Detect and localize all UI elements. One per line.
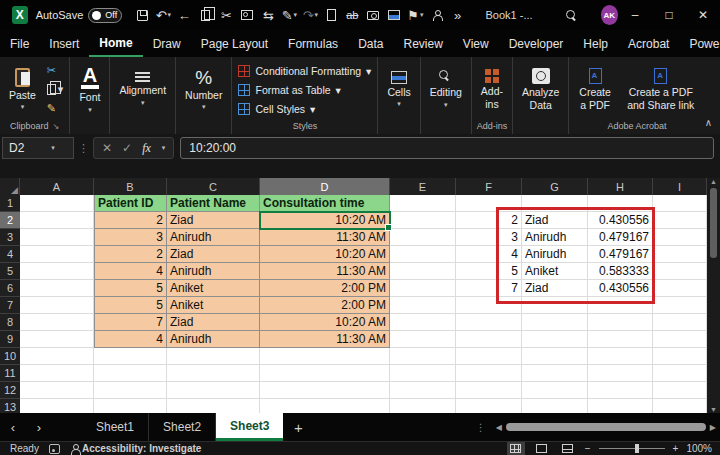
cell-H9[interactable] (588, 331, 653, 348)
search-button[interactable] (561, 4, 581, 26)
save-button[interactable] (132, 4, 152, 26)
cell-C8[interactable]: Ziad (167, 314, 260, 331)
cell-C7[interactable]: Aniket (167, 297, 260, 314)
cell-C13[interactable] (167, 399, 260, 413)
column-header-A[interactable]: A (20, 178, 94, 195)
insert-function-button[interactable]: fx (142, 141, 151, 156)
column-header-D[interactable]: D (260, 178, 390, 195)
cell-H10[interactable] (588, 348, 653, 365)
cell-D10[interactable] (260, 348, 390, 365)
cell-C6[interactable]: Aniket (167, 280, 260, 297)
cell-I6[interactable] (653, 280, 707, 297)
row-header-11[interactable]: 11 (0, 365, 20, 382)
cell-E3[interactable] (390, 229, 456, 246)
cell-I3[interactable] (653, 229, 707, 246)
copy-button[interactable] (195, 4, 215, 26)
cell-C2[interactable]: Ziad (167, 212, 260, 229)
cell-G12[interactable] (522, 382, 588, 399)
cell-A7[interactable] (20, 297, 94, 314)
dialog-launcher-icon[interactable]: ↘ (53, 122, 60, 131)
conditional-formatting-button[interactable]: Conditional Formatting ▾ (234, 62, 375, 80)
cell-I5[interactable] (653, 263, 707, 280)
cell-F8[interactable] (456, 314, 522, 331)
addins-button[interactable]: Add-ins (474, 59, 510, 120)
enter-button[interactable]: ✓ (122, 141, 132, 155)
cell-B6[interactable]: 5 (94, 280, 167, 297)
scroll-right-icon[interactable]: ▶ (710, 423, 716, 432)
touch-mode-button[interactable]: ✎▾ (279, 4, 299, 26)
create-pdf-button[interactable]: Create a PDF (571, 59, 618, 120)
sheet-tab-sheet1[interactable]: Sheet1 (82, 413, 149, 441)
avatar[interactable]: AK (601, 5, 618, 25)
sheet-tab-sheet3[interactable]: Sheet3 (216, 413, 283, 441)
create-pdf-share-button[interactable]: Create a PDF and Share link (619, 59, 703, 120)
macro-record-button[interactable] (49, 444, 60, 454)
cell-E7[interactable] (390, 297, 456, 314)
tab-home[interactable]: Home (89, 31, 142, 57)
close-button[interactable]: ✕ (686, 0, 720, 30)
row-header-9[interactable]: 9 (0, 331, 20, 348)
cell-E5[interactable] (390, 263, 456, 280)
tab-power-pivot[interactable]: Power Pivot (679, 32, 720, 56)
autosave-toggle[interactable]: Off (88, 8, 122, 23)
people-search-button[interactable] (427, 4, 447, 26)
zoom-in-button[interactable]: + (673, 443, 679, 454)
cell-B11[interactable] (94, 365, 167, 382)
more-commands-button[interactable]: » (448, 4, 468, 26)
tab-draw[interactable]: Draw (143, 32, 191, 56)
next-sheet-button[interactable]: › (26, 420, 52, 435)
column-header-C[interactable]: C (167, 178, 260, 195)
replace-button[interactable]: ⇆ (258, 4, 278, 26)
paste-picture-button[interactable] (237, 4, 257, 26)
cell-styles-button[interactable]: Cell Styles ▾ (234, 100, 375, 118)
alignment-button[interactable]: Alignment ▾ (112, 59, 173, 120)
tab-insert[interactable]: Insert (39, 32, 89, 56)
cell-A5[interactable] (20, 263, 94, 280)
cell-I10[interactable] (653, 348, 707, 365)
cell-C11[interactable] (167, 365, 260, 382)
cell-D8[interactable]: 10:20 AM (260, 314, 390, 331)
cell-D6[interactable]: 2:00 PM (260, 280, 390, 297)
cell-D5[interactable]: 11:30 AM (260, 263, 390, 280)
cell-I2[interactable] (653, 212, 707, 229)
add-sheet-button[interactable]: + (283, 419, 313, 436)
format-as-table-button[interactable]: Format as Table ▾ (234, 81, 375, 99)
cell-H8[interactable] (588, 314, 653, 331)
back-button[interactable]: ← (174, 4, 194, 26)
cell-D1[interactable]: Consultation time (260, 195, 390, 212)
cell-H11[interactable] (588, 365, 653, 382)
zoom-slider-thumb[interactable] (635, 444, 639, 453)
cell-D7[interactable]: 2:00 PM (260, 297, 390, 314)
cell-C1[interactable]: Patient Name (167, 195, 260, 212)
cell-E4[interactable] (390, 246, 456, 263)
cell-D13[interactable] (260, 399, 390, 413)
cut-button[interactable]: ✂ (47, 63, 64, 79)
row-header-4[interactable]: 4 (0, 246, 20, 263)
collapse-ribbon-button[interactable]: ∧ (705, 117, 712, 128)
cell-H13[interactable] (588, 399, 653, 413)
cell-D11[interactable] (260, 365, 390, 382)
row-header-3[interactable]: 3 (0, 229, 20, 246)
cell-A9[interactable] (20, 331, 94, 348)
tab-data[interactable]: Data (348, 32, 393, 56)
vertical-scrollbar[interactable]: ▲ ▼ (707, 178, 720, 413)
page-layout-view-button[interactable] (533, 442, 551, 455)
cell-E11[interactable] (390, 365, 456, 382)
cell-I12[interactable] (653, 382, 707, 399)
horizontal-scrollbar[interactable]: ⋮ ◀ ▶ (476, 422, 716, 433)
cell-A10[interactable] (20, 348, 94, 365)
row-header-5[interactable]: 5 (0, 263, 20, 280)
formula-input[interactable]: 10:20:00 (180, 137, 714, 159)
strikethrough-button[interactable]: ab (342, 4, 362, 26)
select-all-corner[interactable]: ◢ (0, 178, 20, 195)
splitter-grip-icon[interactable]: ⋮ (476, 422, 486, 433)
table-lookup-button[interactable] (384, 4, 404, 26)
cell-A11[interactable] (20, 365, 94, 382)
analyze-data-button[interactable]: Analyze Data (515, 59, 566, 120)
accessibility-status[interactable]: Accessibility: Investigate (70, 443, 202, 454)
cell-F12[interactable] (456, 382, 522, 399)
row-header-8[interactable]: 8 (0, 314, 20, 331)
cell-F9[interactable] (456, 331, 522, 348)
flag-button[interactable]: ⚑▾ (405, 4, 425, 26)
cell-C3[interactable]: Anirudh (167, 229, 260, 246)
